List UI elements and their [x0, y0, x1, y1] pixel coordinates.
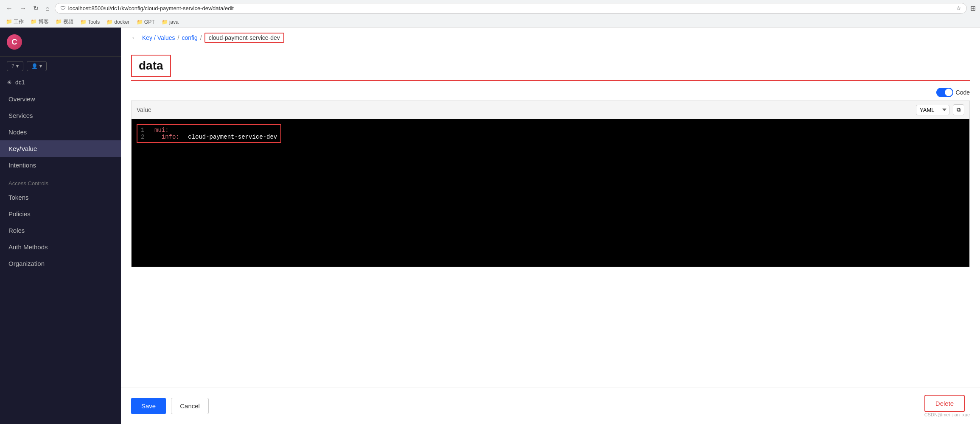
consul-logo: C — [7, 34, 22, 50]
code-toggle-switch[interactable] — [936, 88, 953, 97]
help-icon: ? — [11, 63, 14, 69]
address-bar[interactable]: 🛡 localhost:8500/ui/dc1/kv/config/cloud-… — [55, 3, 967, 14]
code-key-1: mui: — [154, 127, 169, 134]
sidebar-item-organization[interactable]: Organization — [0, 255, 121, 272]
user-chevron: ▾ — [39, 63, 42, 69]
save-button[interactable]: Save — [131, 398, 166, 414]
sidebar-nav: Overview Services Nodes Key/Value Intent… — [0, 91, 121, 424]
datacenter-label: dc1 — [15, 79, 25, 86]
user-button[interactable]: 👤 ▾ — [27, 61, 47, 71]
page-header: data — [121, 48, 980, 80]
editor-top-bar: Code — [131, 88, 970, 97]
page-title-box: data — [131, 55, 171, 77]
code-line-2: 2 info: cloud-payment-service-dev — [141, 134, 277, 140]
sidebar-item-nodes[interactable]: Nodes — [0, 124, 121, 140]
sidebar-item-roles[interactable]: Roles — [0, 222, 121, 239]
sidebar-header-actions: ? ▾ 👤 ▾ — [0, 57, 121, 75]
breadcrumb-link-keyvalues[interactable]: Key / Values — [142, 34, 175, 41]
bookmark-item[interactable]: 📁 java — [159, 18, 181, 26]
line-number-1: 1 — [141, 127, 149, 134]
editor-footer: Save Cancel Delete CSDN@mei_jian_xue — [121, 388, 980, 424]
sidebar-item-tokens[interactable]: Tokens — [0, 189, 121, 206]
bookmark-item[interactable]: 📁 工作 — [3, 17, 26, 26]
browser-toolbar: ← → ↻ ⌂ 🛡 localhost:8500/ui/dc1/kv/confi… — [0, 0, 980, 17]
home-button[interactable]: ⌂ — [44, 3, 51, 14]
value-controls: YAML JSON HCL Base64 ⧉ — [916, 104, 964, 115]
breadcrumb-current: cloud-payment-service-dev — [204, 33, 284, 43]
back-button[interactable]: ← — [4, 3, 14, 14]
app-container: C ? ▾ 👤 ▾ ✳ dc1 Overview Services — [0, 28, 980, 424]
delete-button[interactable]: Delete — [924, 395, 965, 412]
breadcrumb-sep-2: / — [200, 34, 202, 41]
code-editor[interactable]: 1 mui: 2 info: cloud-payment-service-dev — [131, 119, 970, 267]
sidebar-item-auth-methods[interactable]: Auth Methods — [0, 239, 121, 255]
url-text: localhost:8500/ui/dc1/kv/config/cloud-pa… — [68, 5, 954, 11]
forward-button[interactable]: → — [18, 3, 28, 14]
sidebar-item-policies[interactable]: Policies — [0, 206, 121, 222]
bookmark-item[interactable]: 📁 视频 — [53, 17, 76, 26]
user-info: CSDN@mei_jian_xue — [924, 412, 970, 417]
main-content: ← Key / Values / config / cloud-payment-… — [121, 28, 980, 424]
browser-chrome: ← → ↻ ⌂ 🛡 localhost:8500/ui/dc1/kv/confi… — [0, 0, 980, 28]
help-chevron: ▾ — [16, 63, 19, 69]
sidebar: C ? ▾ 👤 ▾ ✳ dc1 Overview Services — [0, 28, 121, 424]
footer-right: Delete CSDN@mei_jian_xue — [924, 395, 970, 417]
value-label: Value — [137, 106, 151, 113]
breadcrumb-link-config[interactable]: config — [182, 34, 197, 41]
bookmark-item[interactable]: 📁 GPT — [134, 18, 157, 26]
breadcrumb: ← Key / Values / config / cloud-payment-… — [121, 28, 980, 48]
editor-section: Code Value YAML JSON HCL Base64 ⧉ — [121, 81, 980, 388]
bookmark-item[interactable]: 📁 docker — [104, 18, 132, 26]
sidebar-item-overview[interactable]: Overview — [0, 91, 121, 107]
reload-button[interactable]: ↻ — [31, 3, 40, 14]
sidebar-item-intentions[interactable]: Intentions — [0, 157, 121, 173]
code-toggle: Code — [936, 88, 970, 97]
help-button[interactable]: ? ▾ — [7, 61, 23, 71]
breadcrumb-back-arrow[interactable]: ← — [131, 34, 138, 42]
footer-left: Save Cancel — [131, 398, 209, 414]
datacenter-icon: ✳ — [7, 79, 12, 86]
breadcrumb-sep-1: / — [178, 34, 179, 41]
cancel-button[interactable]: Cancel — [171, 398, 209, 414]
format-select[interactable]: YAML JSON HCL Base64 — [916, 105, 949, 115]
copy-button[interactable]: ⧉ — [953, 104, 964, 115]
sidebar-item-keyvalue[interactable]: Key/Value — [0, 140, 121, 157]
access-controls-section-label: Access Controls — [0, 173, 121, 189]
code-line-1: 1 mui: — [141, 127, 277, 134]
datacenter-selector[interactable]: ✳ dc1 — [0, 75, 121, 91]
page-title: data — [139, 59, 163, 73]
code-value-2: cloud-payment-service-dev — [185, 134, 277, 140]
bookmarks-bar: 📁 工作 📁 博客 📁 视频 📁 Tools 📁 docker 📁 GPT 📁 … — [0, 17, 980, 27]
line-number-2: 2 — [141, 134, 149, 140]
bookmark-item[interactable]: 📁 Tools — [78, 18, 102, 26]
sidebar-item-services[interactable]: Services — [0, 107, 121, 124]
extensions-icon: ⊞ — [970, 4, 976, 12]
sidebar-logo: C — [0, 28, 121, 57]
code-toggle-label: Code — [956, 89, 970, 96]
value-header: Value YAML JSON HCL Base64 ⧉ — [131, 100, 970, 119]
shield-icon: 🛡 — [60, 5, 66, 11]
code-key-2: info: — [154, 134, 179, 140]
bookmark-item[interactable]: 📁 博客 — [28, 17, 51, 26]
bookmark-star-icon[interactable]: ☆ — [956, 5, 961, 11]
user-icon: 👤 — [31, 63, 38, 69]
